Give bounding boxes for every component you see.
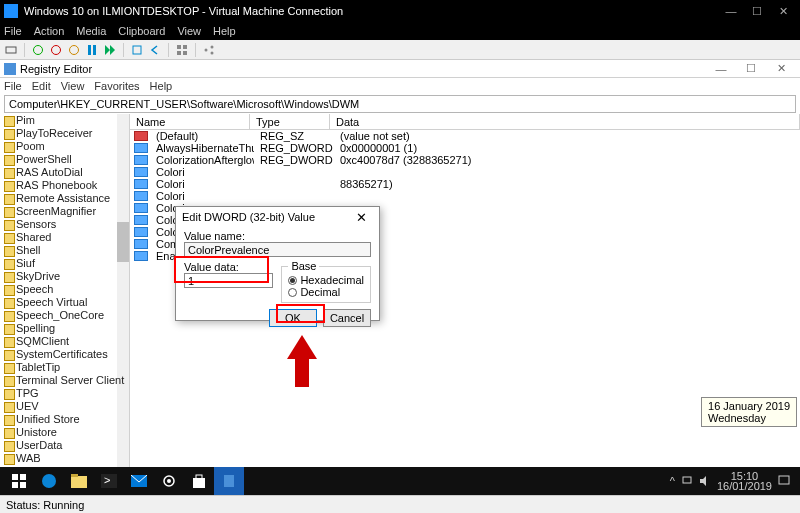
action-center-icon[interactable] — [778, 475, 790, 487]
tree-item[interactable]: Speech Virtual — [0, 296, 129, 309]
store-icon[interactable] — [184, 467, 214, 495]
svg-rect-19 — [71, 474, 78, 477]
svg-rect-27 — [224, 475, 234, 487]
tree-item[interactable]: Shell — [0, 244, 129, 257]
tree-item[interactable]: SystemCertificates — [0, 348, 129, 361]
svg-rect-2 — [93, 45, 96, 55]
radio-dec[interactable]: Decimal — [288, 286, 364, 298]
regedit-close[interactable]: ✕ — [766, 62, 796, 75]
col-data[interactable]: Data — [330, 114, 800, 129]
value-row[interactable]: Colori — [130, 190, 800, 202]
value-row[interactable]: Colori88365271) — [130, 178, 800, 190]
tree-item[interactable]: UserData — [0, 439, 129, 452]
tree-item[interactable]: Remote Assistance — [0, 192, 129, 205]
tree-item[interactable]: Spelling — [0, 322, 129, 335]
regedit-menu-edit[interactable]: Edit — [32, 80, 51, 92]
tree-item[interactable]: ScreenMagnifier — [0, 205, 129, 218]
value-type-icon — [134, 143, 148, 153]
shutdown-icon[interactable] — [49, 43, 63, 57]
regedit-icon — [4, 63, 16, 75]
tree-item[interactable]: WAB — [0, 452, 129, 465]
tree-item[interactable]: SQMClient — [0, 335, 129, 348]
tree-item[interactable]: UEV — [0, 400, 129, 413]
save-state-icon[interactable] — [67, 43, 81, 57]
tray-network-icon[interactable] — [681, 475, 693, 487]
revert-icon[interactable] — [148, 43, 162, 57]
value-row[interactable]: AlwaysHibernateThumbnailsREG_DWORD0x0000… — [130, 142, 800, 154]
enhanced-session-icon[interactable] — [175, 43, 189, 57]
reset-icon[interactable] — [103, 43, 117, 57]
svg-rect-13 — [12, 474, 18, 480]
regedit-address-bar[interactable]: Computer\HKEY_CURRENT_USER\Software\Micr… — [4, 95, 796, 113]
value-type-icon — [134, 203, 148, 213]
tray-up-icon[interactable]: ^ — [670, 475, 675, 487]
value-row[interactable]: ColorizationAfterglowREG_DWORD0xc40078d7… — [130, 154, 800, 166]
value-name-input[interactable] — [184, 242, 371, 257]
vm-menu-help[interactable]: Help — [213, 25, 236, 37]
tree-item[interactable]: Unistore — [0, 426, 129, 439]
tree-item[interactable]: Terminal Server Client — [0, 374, 129, 387]
explorer-icon[interactable] — [64, 467, 94, 495]
settings-icon[interactable] — [154, 467, 184, 495]
col-type[interactable]: Type — [250, 114, 330, 129]
terminal-icon[interactable]: > — [94, 467, 124, 495]
value-row[interactable]: (Default)REG_SZ(value not set) — [130, 130, 800, 142]
regedit-taskbar-icon[interactable] — [214, 467, 244, 495]
tree-item[interactable]: TPG — [0, 387, 129, 400]
arrow-indicator — [287, 335, 317, 387]
svg-rect-6 — [177, 45, 181, 49]
tree-item[interactable]: Speech_OneCore — [0, 309, 129, 322]
base-fieldset: Base Hexadecimal Decimal — [281, 260, 371, 303]
tree-item[interactable]: PlayToReceiver — [0, 127, 129, 140]
value-data-input[interactable] — [184, 273, 273, 288]
regedit-menu-file[interactable]: File — [4, 80, 22, 92]
tree-item[interactable]: Poom — [0, 140, 129, 153]
taskbar-clock[interactable]: 15:10 16/01/2019 — [717, 471, 772, 491]
taskbar: > ^ 15:10 16/01/2019 — [0, 467, 800, 495]
tree-item[interactable]: RAS AutoDial — [0, 166, 129, 179]
tree-item[interactable]: Siuf — [0, 257, 129, 270]
regedit-maximize[interactable]: ☐ — [736, 62, 766, 75]
tree-item[interactable]: SkyDrive — [0, 270, 129, 283]
ok-button[interactable]: OK — [269, 309, 317, 327]
close-button[interactable]: ✕ — [770, 5, 796, 18]
svg-rect-30 — [779, 476, 789, 484]
dialog-close-button[interactable]: ✕ — [349, 210, 373, 225]
regedit-menu-help[interactable]: Help — [150, 80, 173, 92]
maximize-button[interactable]: ☐ — [744, 5, 770, 18]
tree-item[interactable]: Unified Store — [0, 413, 129, 426]
tree-item[interactable]: PowerShell — [0, 153, 129, 166]
minimize-button[interactable]: — — [718, 5, 744, 17]
value-type-icon — [134, 191, 148, 201]
tree-item[interactable]: TabletTip — [0, 361, 129, 374]
pause-icon[interactable] — [85, 43, 99, 57]
regedit-menu-view[interactable]: View — [61, 80, 85, 92]
vm-menu-file[interactable]: File — [4, 25, 22, 37]
value-row[interactable]: Colori — [130, 166, 800, 178]
ctrl-alt-del-icon[interactable] — [4, 43, 18, 57]
tree-item[interactable]: Sensors — [0, 218, 129, 231]
edge-icon[interactable] — [34, 467, 64, 495]
col-name[interactable]: Name — [130, 114, 250, 129]
start-button[interactable] — [4, 467, 34, 495]
radio-hex[interactable]: Hexadecimal — [288, 274, 364, 286]
regedit-minimize[interactable]: — — [706, 63, 736, 75]
tray-volume-icon[interactable] — [699, 475, 711, 487]
checkpoint-icon[interactable] — [130, 43, 144, 57]
share-icon[interactable] — [202, 43, 216, 57]
tree-item[interactable]: Speech — [0, 283, 129, 296]
cancel-button[interactable]: Cancel — [323, 309, 371, 327]
tree-item[interactable]: Shared — [0, 231, 129, 244]
regedit-tree[interactable]: PimPlayToReceiverPoomPowerShellRAS AutoD… — [0, 114, 130, 479]
svg-text:>: > — [104, 474, 110, 486]
start-icon[interactable] — [31, 43, 45, 57]
regedit-menu-favorites[interactable]: Favorites — [94, 80, 139, 92]
vm-menu-view[interactable]: View — [177, 25, 201, 37]
value-name-label: Value name: — [184, 230, 371, 242]
mail-icon[interactable] — [124, 467, 154, 495]
vm-menu-action[interactable]: Action — [34, 25, 65, 37]
vm-menu-media[interactable]: Media — [76, 25, 106, 37]
vm-menu-clipboard[interactable]: Clipboard — [118, 25, 165, 37]
tree-item[interactable]: Pim — [0, 114, 129, 127]
tree-item[interactable]: RAS Phonebook — [0, 179, 129, 192]
